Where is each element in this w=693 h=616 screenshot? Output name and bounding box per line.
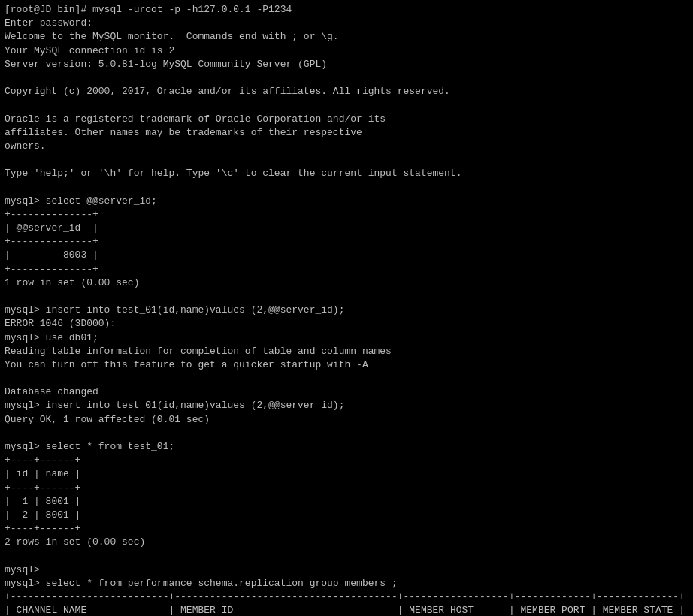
terminal-line: +---------------------------+-----------… bbox=[5, 591, 685, 602]
terminal-line: mysql> select @@server_id; bbox=[5, 195, 157, 207]
terminal-line: mysql> select * from performance_schema.… bbox=[5, 578, 398, 589]
terminal-line: +----+------+ bbox=[5, 482, 80, 494]
terminal-line: mysql> use db01; bbox=[5, 332, 98, 343]
terminal-line: Oracle is a registered trademark of Orac… bbox=[5, 113, 386, 125]
terminal-line: [root@JD bin]# mysql -uroot -p -h127.0.0… bbox=[5, 4, 292, 15]
terminal-line: Type 'help;' or '\h' for help. Type '\c'… bbox=[5, 168, 462, 179]
terminal-line: +----+------+ bbox=[5, 523, 80, 534]
terminal-line: affiliates. Other names may be trademark… bbox=[5, 127, 362, 138]
terminal-line: owners. bbox=[5, 140, 46, 152]
terminal-line: Database changed bbox=[5, 386, 98, 397]
terminal-line: Server version: 5.0.81-log MySQL Communi… bbox=[5, 59, 327, 70]
terminal[interactable]: [root@JD bin]# mysql -uroot -p -h127.0.0… bbox=[0, 0, 693, 616]
terminal-line: | 1 | 8001 | bbox=[5, 496, 80, 507]
terminal-line: 2 rows in set (0.00 sec) bbox=[5, 536, 145, 548]
terminal-line: Reading table information for completion… bbox=[5, 346, 392, 357]
terminal-line: You can turn off this feature to get a q… bbox=[5, 359, 368, 370]
terminal-line: Copyright (c) 2000, 2017, Oracle and/or … bbox=[5, 86, 450, 97]
terminal-line: | id | name | bbox=[5, 468, 80, 479]
terminal-line: | 8003 | bbox=[5, 249, 98, 261]
terminal-line: +--------------+ bbox=[5, 209, 98, 220]
terminal-line: | @@server_id | bbox=[5, 222, 98, 234]
terminal-line: Welcome to the MySQL monitor. Commands e… bbox=[5, 31, 339, 42]
terminal-line: Enter password: bbox=[5, 17, 92, 29]
terminal-line: 1 row in set (0.00 sec) bbox=[5, 277, 139, 288]
terminal-line: mysql> select * from test_01; bbox=[5, 441, 174, 452]
terminal-line: ERROR 1046 (3D000): bbox=[5, 318, 116, 329]
terminal-line: mysql> insert into test_01(id,name)value… bbox=[5, 400, 344, 411]
terminal-line: | CHANNEL_NAME | MEMBER_ID | MEMBER_HOST… bbox=[5, 605, 685, 616]
terminal-line: +----+------+ bbox=[5, 454, 80, 466]
terminal-line: Your MySQL connection id is 2 bbox=[5, 45, 174, 56]
terminal-line: +--------------+ bbox=[5, 264, 98, 275]
terminal-line: mysql> insert into test_01(id,name)value… bbox=[5, 304, 344, 316]
terminal-line: mysql> bbox=[5, 564, 46, 575]
terminal-line: | 2 | 8001 | bbox=[5, 509, 80, 521]
terminal-line: +--------------+ bbox=[5, 236, 98, 247]
terminal-line: Query OK, 1 row affected (0.01 sec) bbox=[5, 414, 210, 425]
